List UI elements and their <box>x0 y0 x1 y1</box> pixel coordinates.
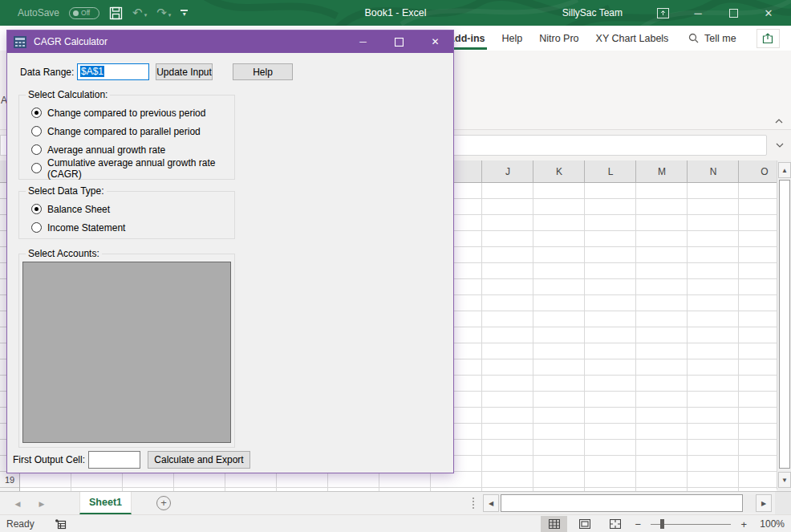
tab-nitro-pro[interactable]: Nitro Pro <box>537 26 580 51</box>
autosave-toggle-dot <box>73 10 79 16</box>
dialog-minimize-button[interactable]: ─ <box>345 30 381 53</box>
column-header[interactable]: L <box>585 160 636 183</box>
select-data-type-group: Select Data Type: Balance Sheet Income S… <box>18 191 235 239</box>
row-header-19[interactable]: 19 <box>0 472 19 488</box>
column-header[interactable]: N <box>688 160 739 183</box>
radio-button[interactable] <box>31 108 42 118</box>
share-icon <box>762 33 774 44</box>
radio-button[interactable] <box>31 163 42 173</box>
radio-cagr[interactable]: Cumulative average annual growth rate (C… <box>31 159 234 177</box>
dialog-titlebar[interactable]: CAGR Calculator ─ ✕ <box>7 30 453 53</box>
column-header[interactable]: M <box>636 160 688 183</box>
scroll-right-icon[interactable]: ▶ <box>756 494 772 512</box>
search-icon <box>688 33 699 43</box>
sheet-nav-right-icon[interactable]: ▶ <box>32 492 51 515</box>
scroll-down-icon[interactable]: ▼ <box>778 472 791 488</box>
vertical-scrollbar-thumb[interactable] <box>779 180 790 469</box>
radio-button[interactable] <box>31 126 42 136</box>
data-range-value: $A$1 <box>80 66 104 77</box>
normal-view-icon <box>549 519 560 529</box>
tab-bar-resize-handle[interactable] <box>473 497 474 509</box>
maximize-button[interactable] <box>716 0 751 26</box>
zoom-slider-thumb[interactable] <box>660 519 664 529</box>
horizontal-scrollbar[interactable]: ◀ ▶ <box>483 494 772 513</box>
account-name[interactable]: SillySac Team <box>562 7 623 18</box>
autosave-label: AutoSave <box>18 7 59 18</box>
expand-formula-bar-icon[interactable] <box>772 138 788 152</box>
update-input-button[interactable]: Update Input <box>156 63 213 80</box>
share-button[interactable] <box>757 29 780 48</box>
select-accounts-label: Select Accounts: <box>26 248 102 259</box>
tab-xy-chart-labels[interactable]: XY Chart Labels <box>594 26 671 51</box>
help-button[interactable]: Help <box>233 63 293 80</box>
select-calculation-group: Select Calculation: Change compared to p… <box>18 95 235 180</box>
autosave-state: Off <box>81 9 90 17</box>
ribbon-display-options-icon[interactable] <box>645 0 680 26</box>
add-sheet-button[interactable]: + <box>156 496 171 510</box>
radio-balance-sheet[interactable]: Balance Sheet <box>31 200 234 218</box>
customize-quick-access-icon[interactable]: ▾ <box>181 10 188 16</box>
save-icon[interactable] <box>109 6 123 20</box>
macro-record-icon[interactable] <box>55 519 67 530</box>
undo-button[interactable]: ↶▾ <box>132 6 147 20</box>
first-output-cell-input[interactable] <box>88 451 140 469</box>
tell-me-label: Tell me <box>704 33 736 44</box>
redo-button[interactable]: ↷▾ <box>156 6 171 20</box>
view-page-layout-button[interactable] <box>571 516 598 532</box>
select-data-type-label: Select Data Type: <box>26 185 107 197</box>
scrollbar-corner <box>775 492 791 515</box>
dialog-title: CAGR Calculator <box>34 36 107 47</box>
data-range-input[interactable]: $A$1 <box>77 63 149 80</box>
column-header[interactable]: O <box>739 160 777 183</box>
page-break-icon <box>610 519 621 529</box>
accounts-listbox[interactable] <box>22 262 231 443</box>
zoom-out-button[interactable]: − <box>632 518 643 530</box>
cagr-calculator-dialog: CAGR Calculator ─ ✕ Data Range: $A$1 Upd… <box>6 30 454 473</box>
tab-help[interactable]: Help <box>501 26 525 51</box>
zoom-in-button[interactable]: + <box>738 518 749 530</box>
zoom-level[interactable]: 100% <box>760 518 785 530</box>
radio-button[interactable] <box>31 144 42 155</box>
minimize-button[interactable]: ─ <box>680 0 716 26</box>
sheet-tab-bar: ◀ ▶ Sheet1 + ◀ ▶ <box>0 491 791 514</box>
status-mode: Ready <box>6 518 34 530</box>
dialog-maximize-button[interactable] <box>381 30 417 53</box>
collapse-ribbon-icon[interactable] <box>770 114 788 128</box>
sheet-nav-left-icon[interactable]: ◀ <box>8 492 27 515</box>
calculate-and-export-button[interactable]: Calculate and Export <box>148 451 250 469</box>
autosave-toggle[interactable]: Off <box>69 7 99 19</box>
close-button[interactable]: ✕ <box>751 0 786 26</box>
status-bar: Ready − + 100% <box>0 514 791 532</box>
view-normal-button[interactable] <box>541 516 567 532</box>
scroll-up-icon[interactable]: ▲ <box>778 162 791 178</box>
scroll-left-icon[interactable]: ◀ <box>483 494 499 512</box>
radio-button[interactable] <box>31 222 42 233</box>
radio-button[interactable] <box>31 204 42 214</box>
vertical-scrollbar[interactable]: ▲ ▼ <box>777 160 791 489</box>
column-header[interactable]: K <box>533 160 585 183</box>
view-page-break-button[interactable] <box>602 516 628 532</box>
select-calculation-label: Select Calculation: <box>26 89 110 100</box>
calculator-icon <box>14 36 26 48</box>
excel-titlebar: AutoSave Off ↶▾ ↷▾ ▾ Book1 - Excel Silly… <box>0 0 791 26</box>
dialog-close-button[interactable]: ✕ <box>417 30 453 53</box>
data-range-label: Data Range: <box>20 67 74 78</box>
column-header[interactable]: J <box>482 160 533 183</box>
sheet-tab-sheet1[interactable]: Sheet1 <box>79 492 132 514</box>
radio-parallel-period[interactable]: Change compared to parallel period <box>31 122 234 140</box>
radio-previous-period[interactable]: Change compared to previous period <box>31 104 234 122</box>
zoom-slider[interactable] <box>651 516 731 532</box>
tell-me-search[interactable]: Tell me <box>688 26 736 51</box>
first-output-cell-label: First Output Cell: <box>13 454 85 465</box>
radio-income-statement[interactable]: Income Statement <box>31 218 234 237</box>
horizontal-scrollbar-thumb[interactable] <box>501 494 743 512</box>
page-layout-icon <box>579 519 590 529</box>
